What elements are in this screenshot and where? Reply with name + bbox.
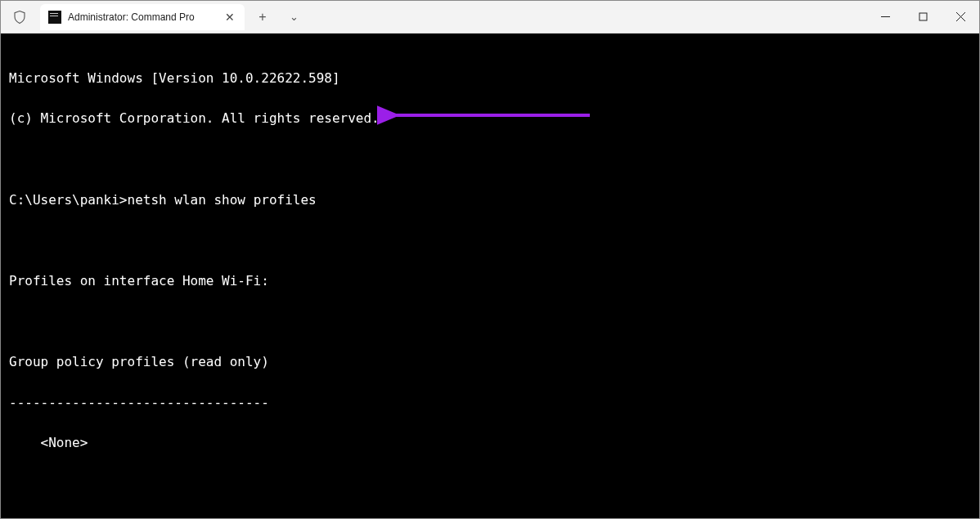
tab-dropdown-button[interactable]: ⌄: [281, 4, 307, 30]
tab-close-button[interactable]: ✕: [223, 11, 236, 24]
terminal-output[interactable]: Microsoft Windows [Version 10.0.22622.59…: [1, 34, 979, 519]
svg-rect-1: [919, 13, 927, 20]
group-policy-none: <None>: [9, 433, 971, 454]
shield-icon: [12, 10, 27, 25]
cmd-icon: [48, 11, 61, 24]
group-policy-header: Group policy profiles (read only): [9, 352, 971, 373]
blank-line: [9, 230, 971, 251]
prompt-text: C:\Users\panki>: [9, 192, 128, 208]
minimize-button[interactable]: [866, 1, 904, 33]
window-controls: [866, 1, 979, 33]
new-tab-button[interactable]: +: [249, 4, 276, 30]
interface-header: Profiles on interface Home Wi-Fi:: [9, 271, 971, 292]
blank-line: [9, 474, 971, 494]
titlebar: Administrator: Command Pro ✕ + ⌄: [1, 1, 979, 34]
close-window-button[interactable]: [942, 1, 979, 33]
command-text: netsh wlan show profiles: [128, 192, 317, 208]
banner-line: (c) Microsoft Corporation. All rights re…: [9, 109, 971, 129]
banner-line: Microsoft Windows [Version 10.0.22622.59…: [9, 69, 971, 89]
tab-cmd[interactable]: Administrator: Command Pro ✕: [40, 4, 245, 30]
tab-title: Administrator: Command Pro: [68, 11, 217, 23]
maximize-button[interactable]: [904, 1, 942, 33]
user-profiles-header: User profiles: [9, 514, 971, 519]
blank-line: [9, 150, 971, 170]
prompt-line: C:\Users\panki>netsh wlan show profiles: [9, 190, 971, 211]
group-policy-dashes: ---------------------------------: [9, 393, 971, 414]
blank-line: [9, 311, 971, 332]
